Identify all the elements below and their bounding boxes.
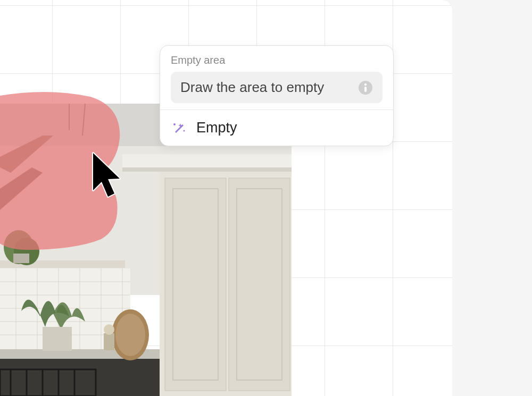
action-label: Empty <box>196 120 237 136</box>
popup-section-label: Empty area <box>171 54 383 66</box>
svg-rect-6 <box>229 178 290 391</box>
popup-header: Empty area Draw the area to empty <box>160 46 393 109</box>
svg-rect-2 <box>122 154 292 169</box>
svg-rect-3 <box>122 167 292 172</box>
magic-wand-icon <box>171 120 187 136</box>
svg-point-44 <box>184 130 185 131</box>
svg-point-37 <box>104 324 114 335</box>
svg-rect-36 <box>104 333 114 350</box>
instruction-text: Draw the area to empty <box>180 79 324 96</box>
kitchen-image <box>0 104 292 396</box>
svg-rect-33 <box>43 327 72 351</box>
svg-point-43 <box>173 123 176 125</box>
svg-rect-23 <box>0 359 160 396</box>
svg-rect-5 <box>165 178 226 391</box>
svg-rect-42 <box>364 87 367 92</box>
svg-point-35 <box>115 314 145 356</box>
empty-action-button[interactable]: Empty <box>160 110 393 146</box>
svg-rect-32 <box>13 254 29 263</box>
svg-point-41 <box>364 83 367 85</box>
info-icon[interactable] <box>358 80 373 95</box>
instruction-input[interactable]: Draw the area to empty <box>171 72 383 103</box>
empty-area-popup: Empty area Draw the area to empty Empty <box>160 45 394 146</box>
